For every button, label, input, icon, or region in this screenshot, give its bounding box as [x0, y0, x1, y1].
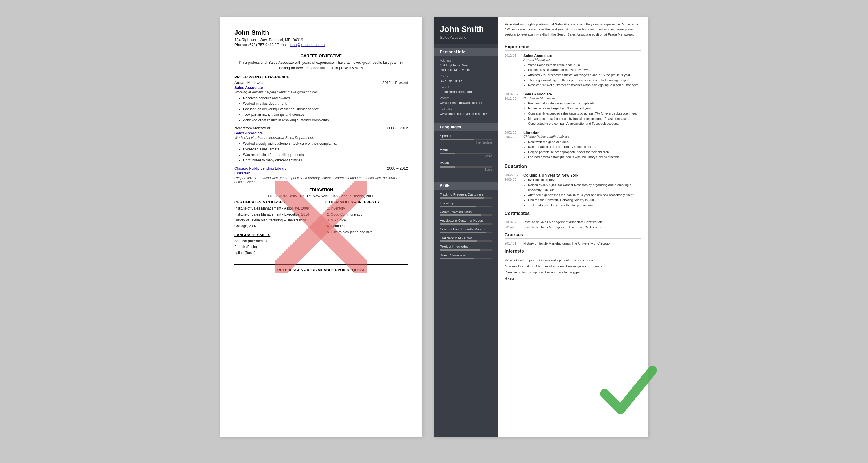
interests-title: Interests: [505, 249, 641, 255]
sidebar-linkedin: www.linkedin.com/in/john-smith/: [440, 112, 492, 116]
cert-1: 2008-07 Institute of Sales Management As…: [505, 220, 641, 224]
certs-content: Institute of Sales Management - Associat…: [235, 206, 317, 229]
interest-3: Creative writing group member and regula…: [505, 270, 641, 275]
bullet: Worked closely with customers, took care…: [243, 141, 408, 147]
job-2-dates: 2008 – 2012: [387, 126, 408, 130]
cert-3: History of Textile Manufacturing – Unive…: [235, 217, 317, 229]
job-1-desc: Working at Armani, helping clients make …: [235, 90, 408, 94]
bullet: Was responsible for up-selling products.: [243, 152, 408, 158]
cert-2: 2014-06 Institute of Sales Management Ex…: [505, 225, 641, 229]
email-label-modern: E-mail: [440, 85, 492, 89]
bullet: Achieved great results in resolving cust…: [243, 118, 408, 123]
job-2-bullets: Worked closely with customers, took care…: [235, 141, 408, 163]
modern-subtitle: Sales Associate: [440, 35, 492, 40]
classic-col-right: OTHER SKILLS & INTERESTS Inventory Good …: [326, 200, 408, 256]
sidebar-phone: (678) 757 9413: [440, 79, 492, 83]
classic-email[interactable]: john@johnsmith.com: [290, 42, 325, 47]
modern-sidebar: John Smith Sales Associate Personal Info…: [434, 18, 498, 437]
certs-title-modern: Certificates: [505, 211, 641, 217]
resume-modern: John Smith Sales Associate Personal Info…: [434, 18, 648, 437]
lang-1: Spanish (Intermediate): [235, 238, 317, 244]
other-content: Inventory Good Communication MS Office C…: [326, 206, 408, 235]
classic-education-text: COLUMBIA UNIVERSITY, New York – BA Hons …: [235, 194, 408, 198]
education-title: EDUCATION: [235, 187, 408, 192]
email-separator: / E-mail:: [275, 42, 290, 47]
professional-exp-title: PROFESSIONAL EXPERIENCE: [235, 75, 408, 79]
phone-label-modern: Phone: [440, 74, 492, 78]
bullet: Exceeded sales targets.: [243, 147, 408, 152]
other-title: OTHER SKILLS & INTERESTS: [326, 200, 408, 204]
other-3: MS Office: [331, 217, 408, 223]
career-objective-title: CAREER OBJECTIVE: [235, 54, 408, 58]
classic-contact: Phone: (678) 757 9413 / E-mail: john@joh…: [235, 42, 408, 47]
interest-1: Music - Grade 8 piano. Occasionally play…: [505, 258, 641, 263]
job-2-company: Nordstrom Menswear: [235, 126, 270, 130]
skill-msoffice: Proficient in MS Office: [440, 236, 492, 242]
course-1: 2017-01 History of Textile Manufacturing…: [505, 242, 641, 245]
other-2: Good Communication: [331, 212, 408, 217]
languages-section: Languages Spanish Intermediate French Ba…: [434, 120, 498, 178]
skill-product: Product Knowledge: [440, 245, 492, 251]
cert-1: Institute of Sales Management - Associat…: [235, 206, 317, 211]
languages-title: Languages: [434, 123, 498, 131]
job-2-desc: Worked at Nordstrom Menswear Sales Depar…: [235, 136, 408, 140]
lang-spanish: Spanish Intermediate: [440, 134, 492, 144]
interest-4: Hiking: [505, 276, 641, 281]
modern-job-2: 2008-06 -2012-05 Sales Associate Nordstr…: [505, 92, 641, 126]
lang-italian: Italian Basic: [440, 161, 492, 171]
skill-anticipating: Anticipating Customer Needs: [440, 219, 492, 224]
bullet: Took part in many trainings and courses.: [243, 112, 408, 118]
job-1-header: Armani Menswear 2012 – Present: [235, 81, 408, 85]
resume-classic: John Smith 134 Rightward Way, Portland, …: [220, 18, 423, 437]
skill-brand: Brand Awareness: [440, 253, 492, 259]
sidebar-address: 134 Rightward WayPortland, ME, 04019: [440, 63, 492, 72]
classic-address: 134 Rightward Way, Portland, ME, 04019: [235, 38, 408, 42]
language-title: LANGUAGE SKILLS: [235, 233, 317, 237]
skill-confident: Confident and Friendly Manner: [440, 227, 492, 233]
other-4: Confident: [331, 223, 408, 229]
interest-2: Amateur Dramatics - Member of amateur th…: [505, 264, 641, 269]
job-1-dates: 2012 – Present: [382, 81, 408, 85]
lang-3: Italian (Basic): [235, 250, 317, 256]
skills-section: Skills Tracking Frequent Customers Inven…: [434, 178, 498, 266]
classic-footer: REFERENCES ARE AVAILABLE UPON REQUEST: [235, 265, 408, 272]
linkedin-label: LinkedIn: [440, 107, 492, 111]
modern-summary: Motivated and highly professional Sales …: [505, 22, 641, 40]
classic-two-col: CERTIFICATES & COURSES Institute of Sale…: [235, 200, 408, 256]
modern-name: John Smith: [440, 24, 492, 34]
modern-header-block: John Smith Sales Associate: [434, 18, 498, 44]
modern-main: Motivated and highly professional Sales …: [498, 18, 648, 437]
job-1-company: Armani Menswear: [235, 81, 265, 85]
job-2-header: Nordstrom Menswear 2008 – 2012: [235, 126, 408, 130]
job-1-bullets: Received honours and awards. Worked in s…: [235, 95, 408, 123]
certs-title: CERTIFICATES & COURSES: [235, 200, 317, 204]
personal-info-title: Personal Info: [434, 48, 498, 56]
sidebar-www: www.johnsmithswebsite.com: [440, 100, 492, 105]
modern-job-1: 2012-06 Sales Associate Armani Menswear …: [505, 54, 641, 88]
exp-title: Experience: [505, 44, 641, 51]
language-content: Spanish (Intermediate) French (Basic) It…: [235, 238, 317, 256]
job-3-company: Chicago Public Lending Library: [235, 166, 286, 171]
classic-col-left: CERTIFICATES & COURSES Institute of Sale…: [235, 200, 317, 256]
modern-job-3: 2002-09 -2006-05 Librarian Chicago Publi…: [505, 130, 641, 160]
job-2-title: Sales Associate: [235, 131, 408, 135]
classic-objective: I'm a professional Sales Associate with …: [235, 60, 408, 71]
skill-tracking: Tracking Frequent Customers: [440, 193, 492, 198]
www-label: WWW: [440, 96, 492, 100]
job-3-dates: 2008 – 2012: [387, 166, 408, 171]
phone-label: Phone:: [235, 42, 247, 47]
job-3-desc: Responsible for dealing with general pub…: [235, 176, 408, 184]
skill-communication: Communication Skills: [440, 210, 492, 216]
edu-title: Education: [505, 164, 641, 170]
lang-french: French Basic: [440, 148, 492, 158]
skill-inventory: Inventory: [440, 202, 492, 207]
other-1: Inventory: [331, 206, 408, 211]
job-3-header: Chicago Public Lending Library 2008 – 20…: [235, 166, 408, 171]
bullet: Received honours and awards.: [243, 95, 408, 101]
address-label: Address: [440, 59, 492, 62]
skills-title: Skills: [434, 182, 498, 190]
lang-2: French (Basic): [235, 244, 317, 250]
job-3-title: Librarian: [235, 171, 408, 175]
classic-phone: (678) 757 9413: [248, 42, 274, 47]
other-5: I like to play piano and hike: [331, 229, 408, 235]
